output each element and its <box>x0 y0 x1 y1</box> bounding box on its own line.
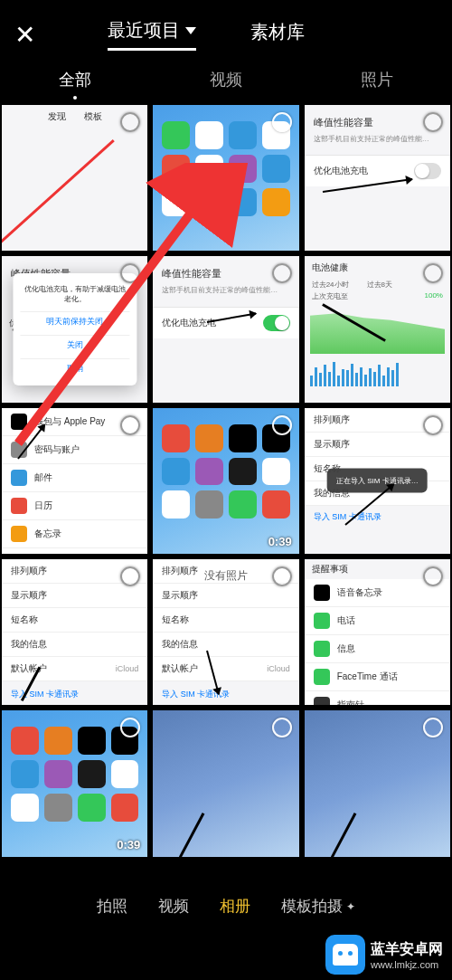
no-photo-text: 没有照片 <box>204 568 248 584</box>
select-circle[interactable] <box>120 112 140 132</box>
thumb-12[interactable]: 提醒事项 语音备忘录 电话 信息 FaceTime 通话 指南针 测距仪 <box>305 559 450 705</box>
thumb-8[interactable]: 0:39 <box>153 408 298 554</box>
select-circle[interactable] <box>272 718 292 737</box>
select-circle[interactable] <box>120 415 140 435</box>
btab-photo[interactable]: 拍照 <box>97 896 127 917</box>
thumb-1[interactable]: 发现 模板 <box>2 105 147 251</box>
dialog-opt: 关闭 <box>20 335 129 355</box>
select-circle[interactable] <box>272 112 292 132</box>
duration: 0:39 <box>268 535 292 548</box>
select-circle[interactable] <box>423 415 443 435</box>
toggle-on <box>263 315 290 331</box>
chevron-down-icon <box>185 27 196 34</box>
thumb-15[interactable] <box>305 710 450 856</box>
thumb-5[interactable]: 峰值性能容量这部手机目前支持正常的峰值性能… 优化电池充电 <box>153 256 298 402</box>
watermark-name: 蓝羊安卓网 <box>371 940 443 959</box>
select-circle[interactable] <box>272 415 292 435</box>
setting-label: 优化电池充电 <box>314 165 368 177</box>
btab-video[interactable]: 视频 <box>158 896 189 917</box>
btab-template[interactable]: 模板拍摄 ✦ <box>281 896 355 917</box>
activity-bars <box>305 359 450 386</box>
media-grid: 发现 模板 峰值性能容量这部手机目前支持正常的峰值性能… 优化电池充电 峰值性能… <box>0 100 452 857</box>
thumb-3[interactable]: 峰值性能容量这部手机目前支持正常的峰值性能… 优化电池充电 <box>305 105 450 251</box>
select-circle[interactable] <box>272 566 292 586</box>
filter-all[interactable]: 全部 <box>59 69 91 90</box>
thumb-6[interactable]: 电池健康 过去24小时过去8天 上次充电至100% <box>305 256 450 402</box>
battery-chart <box>310 309 445 354</box>
setting-desc: 这部手机目前支持正常的峰值性能… <box>314 135 441 144</box>
dialog-opt: 取消 <box>20 358 129 378</box>
thumb-2[interactable] <box>153 105 298 251</box>
filter-video[interactable]: 视频 <box>210 69 242 90</box>
btab-template-label: 模板拍摄 <box>281 896 343 917</box>
thumb-13[interactable]: 0:39 <box>2 710 147 856</box>
duration: 0:39 <box>117 838 140 852</box>
select-circle[interactable] <box>423 566 443 586</box>
thumb-4[interactable]: 峰值性能容量 优化电池充电，有助于减缓电池老化。 明天前保持关闭 关闭 取消 优… <box>2 256 147 402</box>
thumb-9[interactable]: 排列顺序 显示顺序 短名称 我的信息 正在导入 SIM 卡通讯录… 导入 SIM… <box>305 408 450 554</box>
setting-title: 峰值性能容量 <box>162 267 289 281</box>
select-circle[interactable] <box>423 112 443 132</box>
select-circle[interactable] <box>423 718 443 737</box>
close-icon[interactable]: ✕ <box>14 20 35 50</box>
tab-recent[interactable]: 最近项目 <box>108 18 196 51</box>
tab-recent-label: 最近项目 <box>108 18 180 43</box>
tab-library[interactable]: 素材库 <box>250 18 305 51</box>
sparkle-icon: ✦ <box>346 900 355 913</box>
setting-desc: 这部手机目前支持正常的峰值性能… <box>162 286 289 295</box>
import-link: 导入 SIM 卡通讯录 <box>305 506 450 528</box>
thumb-14[interactable] <box>153 710 298 856</box>
thumb-10[interactable]: 排列顺序 显示顺序 短名称 我的信息 默认帐户iCloud 导入 SIM 卡通讯… <box>2 559 147 705</box>
watermark: 蓝羊安卓网 www.lmkjz.com <box>325 935 443 975</box>
select-circle[interactable] <box>272 263 292 283</box>
watermark-icon <box>325 935 365 975</box>
btab-album[interactable]: 相册 <box>220 896 250 917</box>
watermark-url: www.lmkjz.com <box>371 959 443 970</box>
tab-text: 发现 <box>48 110 66 123</box>
tab-text: 模板 <box>84 110 102 123</box>
dialog-title: 优化电池充电，有助于减缓电池老化。 <box>20 281 129 308</box>
thumb-7[interactable]: 钱包与 Apple Pay 密码与账户 邮件 日历 备忘录 提醒事项 <box>2 408 147 554</box>
setting-title: 峰值性能容量 <box>314 116 441 129</box>
filter-photo[interactable]: 照片 <box>361 69 393 90</box>
toast: 正在导入 SIM 卡通讯录… <box>327 469 428 493</box>
toggle <box>414 163 441 179</box>
import-link: 导入 SIM 卡通讯录 <box>153 681 298 705</box>
dialog-opt: 明天前保持关闭 <box>20 311 129 331</box>
